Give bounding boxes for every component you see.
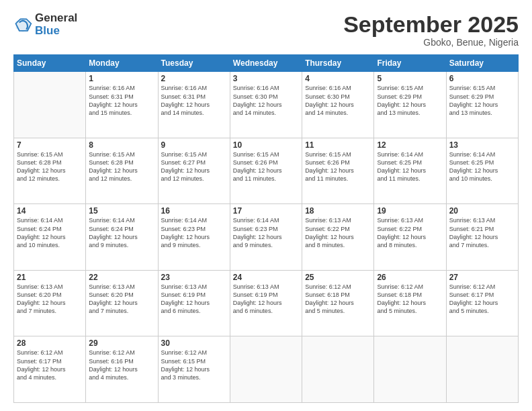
calendar-day-cell: 24Sunrise: 6:13 AM Sunset: 6:19 PM Dayli… [230, 270, 302, 336]
weekday-header-cell: Thursday [302, 55, 374, 72]
calendar-day-cell: 9Sunrise: 6:15 AM Sunset: 6:27 PM Daylig… [158, 138, 230, 204]
day-number: 3 [233, 74, 299, 83]
calendar-day-cell: 13Sunrise: 6:14 AM Sunset: 6:25 PM Dayli… [446, 138, 518, 204]
day-info: Sunrise: 6:15 AM Sunset: 6:29 PM Dayligh… [449, 85, 498, 116]
calendar-day-cell: 3Sunrise: 6:16 AM Sunset: 6:30 PM Daylig… [230, 72, 302, 138]
logo-text: General Blue [35, 12, 77, 37]
day-info: Sunrise: 6:14 AM Sunset: 6:24 PM Dayligh… [89, 217, 138, 248]
day-info: Sunrise: 6:16 AM Sunset: 6:31 PM Dayligh… [161, 85, 210, 116]
day-number: 1 [89, 74, 154, 83]
calendar-week-row: 1Sunrise: 6:16 AM Sunset: 6:31 PM Daylig… [14, 72, 519, 138]
calendar-day-cell: 2Sunrise: 6:16 AM Sunset: 6:31 PM Daylig… [158, 72, 230, 138]
day-number: 24 [233, 273, 299, 282]
logo-general: General [35, 12, 77, 25]
day-info: Sunrise: 6:14 AM Sunset: 6:23 PM Dayligh… [233, 217, 282, 248]
day-info: Sunrise: 6:13 AM Sunset: 6:21 PM Dayligh… [449, 217, 498, 248]
calendar-day-cell: 19Sunrise: 6:13 AM Sunset: 6:22 PM Dayli… [374, 204, 446, 271]
calendar-day-cell: 6Sunrise: 6:15 AM Sunset: 6:29 PM Daylig… [446, 72, 518, 138]
day-number: 11 [305, 140, 371, 150]
weekday-header-cell: Friday [374, 55, 446, 72]
day-number: 21 [17, 273, 83, 282]
day-info: Sunrise: 6:12 AM Sunset: 6:15 PM Dayligh… [161, 349, 210, 380]
calendar-day-cell: 29Sunrise: 6:12 AM Sunset: 6:16 PM Dayli… [86, 336, 158, 403]
day-info: Sunrise: 6:13 AM Sunset: 6:22 PM Dayligh… [305, 217, 354, 248]
day-info: Sunrise: 6:13 AM Sunset: 6:19 PM Dayligh… [233, 283, 282, 314]
calendar-day-cell: 26Sunrise: 6:12 AM Sunset: 6:18 PM Dayli… [374, 270, 446, 336]
calendar-week-row: 28Sunrise: 6:12 AM Sunset: 6:17 PM Dayli… [14, 336, 519, 403]
day-info: Sunrise: 6:13 AM Sunset: 6:19 PM Dayligh… [161, 283, 210, 314]
logo: General Blue [13, 12, 77, 37]
day-info: Sunrise: 6:15 AM Sunset: 6:27 PM Dayligh… [161, 151, 210, 182]
calendar-day-cell: 11Sunrise: 6:15 AM Sunset: 6:26 PM Dayli… [302, 138, 374, 204]
calendar-day-cell: 27Sunrise: 6:12 AM Sunset: 6:17 PM Dayli… [446, 270, 518, 336]
day-info: Sunrise: 6:12 AM Sunset: 6:18 PM Dayligh… [377, 283, 426, 314]
day-number: 19 [377, 206, 443, 216]
calendar-day-cell [14, 72, 86, 138]
day-info: Sunrise: 6:15 AM Sunset: 6:29 PM Dayligh… [377, 85, 426, 116]
day-number: 27 [449, 273, 515, 282]
day-number: 14 [17, 206, 83, 216]
day-info: Sunrise: 6:15 AM Sunset: 6:28 PM Dayligh… [89, 151, 138, 182]
weekday-header-cell: Saturday [446, 55, 518, 72]
calendar-day-cell [374, 336, 446, 403]
calendar-week-row: 7Sunrise: 6:15 AM Sunset: 6:28 PM Daylig… [14, 138, 519, 204]
calendar-day-cell: 20Sunrise: 6:13 AM Sunset: 6:21 PM Dayli… [446, 204, 518, 271]
day-number: 8 [89, 140, 154, 150]
calendar-week-row: 14Sunrise: 6:14 AM Sunset: 6:24 PM Dayli… [14, 204, 519, 271]
day-info: Sunrise: 6:12 AM Sunset: 6:16 PM Dayligh… [89, 349, 138, 380]
day-number: 17 [233, 206, 299, 216]
weekday-header-cell: Wednesday [230, 55, 302, 72]
day-number: 29 [89, 338, 154, 348]
day-number: 30 [161, 338, 227, 348]
calendar-day-cell: 22Sunrise: 6:13 AM Sunset: 6:20 PM Dayli… [86, 270, 158, 336]
day-info: Sunrise: 6:16 AM Sunset: 6:30 PM Dayligh… [305, 85, 354, 116]
day-number: 13 [449, 140, 515, 150]
day-info: Sunrise: 6:16 AM Sunset: 6:30 PM Dayligh… [233, 85, 282, 116]
calendar-day-cell: 21Sunrise: 6:13 AM Sunset: 6:20 PM Dayli… [14, 270, 86, 336]
calendar-day-cell: 15Sunrise: 6:14 AM Sunset: 6:24 PM Dayli… [86, 204, 158, 271]
day-info: Sunrise: 6:14 AM Sunset: 6:24 PM Dayligh… [17, 217, 66, 248]
calendar-day-cell [302, 336, 374, 403]
calendar-day-cell: 17Sunrise: 6:14 AM Sunset: 6:23 PM Dayli… [230, 204, 302, 271]
header: General Blue September 2025 Gboko, Benue… [13, 12, 519, 48]
calendar-day-cell: 12Sunrise: 6:14 AM Sunset: 6:25 PM Dayli… [374, 138, 446, 204]
day-info: Sunrise: 6:15 AM Sunset: 6:26 PM Dayligh… [233, 151, 282, 182]
calendar-day-cell: 4Sunrise: 6:16 AM Sunset: 6:30 PM Daylig… [302, 72, 374, 138]
calendar-day-cell: 28Sunrise: 6:12 AM Sunset: 6:17 PM Dayli… [14, 336, 86, 403]
calendar-body: 1Sunrise: 6:16 AM Sunset: 6:31 PM Daylig… [14, 72, 519, 403]
day-number: 2 [161, 74, 227, 83]
calendar-day-cell [230, 336, 302, 403]
calendar-day-cell: 1Sunrise: 6:16 AM Sunset: 6:31 PM Daylig… [86, 72, 158, 138]
calendar-day-cell: 25Sunrise: 6:12 AM Sunset: 6:18 PM Dayli… [302, 270, 374, 336]
calendar-day-cell: 14Sunrise: 6:14 AM Sunset: 6:24 PM Dayli… [14, 204, 86, 271]
weekday-header-cell: Monday [86, 55, 158, 72]
day-info: Sunrise: 6:14 AM Sunset: 6:25 PM Dayligh… [377, 151, 426, 182]
day-number: 4 [305, 74, 371, 83]
day-number: 6 [449, 74, 515, 83]
logo-blue: Blue [35, 25, 77, 38]
day-info: Sunrise: 6:12 AM Sunset: 6:18 PM Dayligh… [305, 283, 354, 314]
calendar-day-cell: 30Sunrise: 6:12 AM Sunset: 6:15 PM Dayli… [158, 336, 230, 403]
month-title: September 2025 [343, 12, 519, 37]
calendar-day-cell: 16Sunrise: 6:14 AM Sunset: 6:23 PM Dayli… [158, 204, 230, 271]
day-number: 23 [161, 273, 227, 282]
calendar-day-cell: 23Sunrise: 6:13 AM Sunset: 6:19 PM Dayli… [158, 270, 230, 336]
day-number: 28 [17, 338, 83, 348]
day-info: Sunrise: 6:16 AM Sunset: 6:31 PM Dayligh… [89, 85, 138, 116]
day-info: Sunrise: 6:13 AM Sunset: 6:20 PM Dayligh… [89, 283, 138, 314]
day-number: 9 [161, 140, 227, 150]
day-number: 12 [377, 140, 443, 150]
day-number: 16 [161, 206, 227, 216]
day-info: Sunrise: 6:12 AM Sunset: 6:17 PM Dayligh… [449, 283, 498, 314]
logo-icon [13, 15, 32, 34]
calendar-day-cell: 18Sunrise: 6:13 AM Sunset: 6:22 PM Dayli… [302, 204, 374, 271]
page: General Blue September 2025 Gboko, Benue… [0, 0, 532, 411]
weekday-header-row: SundayMondayTuesdayWednesdayThursdayFrid… [14, 55, 519, 72]
calendar-day-cell: 8Sunrise: 6:15 AM Sunset: 6:28 PM Daylig… [86, 138, 158, 204]
day-number: 20 [449, 206, 515, 216]
weekday-header-cell: Tuesday [158, 55, 230, 72]
day-info: Sunrise: 6:12 AM Sunset: 6:17 PM Dayligh… [17, 349, 66, 380]
day-info: Sunrise: 6:14 AM Sunset: 6:25 PM Dayligh… [449, 151, 498, 182]
location-subtitle: Gboko, Benue, Nigeria [343, 37, 519, 48]
day-number: 18 [305, 206, 371, 216]
